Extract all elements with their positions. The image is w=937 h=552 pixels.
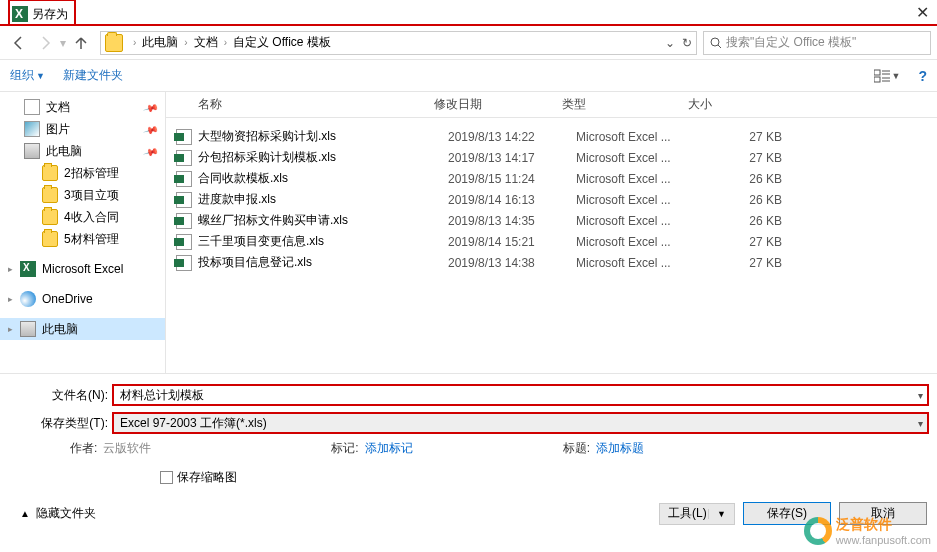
file-date: 2019/8/14 15:21 [448,235,576,249]
refresh-dropdown[interactable]: ⌄ ↻ [665,36,692,50]
sidebar-item-folder[interactable]: 4收入合同 [0,206,165,228]
xls-file-icon [176,192,192,208]
address-bar[interactable]: › 此电脑 › 文档 › 自定义 Office 模板 ⌄ ↻ [100,31,697,55]
search-input[interactable]: 搜索"自定义 Office 模板" [703,31,931,55]
pin-icon: 📌 [143,143,159,159]
search-placeholder: 搜索"自定义 Office 模板" [726,34,856,51]
file-name: 投标项目信息登记.xls [198,254,448,271]
command-bar: 组织▼ 新建文件夹 ▼ ? [0,60,937,92]
breadcrumb-folder[interactable]: 自定义 Office 模板 [233,34,331,51]
author-field[interactable]: 作者: 云版软件 [70,440,151,457]
file-type: Microsoft Excel ... [576,130,702,144]
svg-line-3 [718,45,721,48]
file-name: 螺丝厂招标文件购买申请.xls [198,212,448,229]
document-icon [24,99,40,115]
sidebar-item-thispc-pinned[interactable]: 此电脑📌 [0,140,165,162]
save-form: 文件名(N): 材料总计划模板 ▾ 保存类型(T): Excel 97-2003… [0,373,937,492]
navigation-tree: 文档📌 图片📌 此电脑📌 2招标管理 3项目立项 4收入合同 5材料管理 ▸Mi… [0,92,166,373]
nav-up-button[interactable] [68,30,94,56]
file-row[interactable]: 进度款申报.xls2019/8/14 16:13Microsoft Excel … [176,189,937,210]
new-folder-button[interactable]: 新建文件夹 [63,67,123,84]
file-date: 2019/8/13 14:38 [448,256,576,270]
file-size: 26 KB [702,193,792,207]
filetype-select[interactable]: Excel 97-2003 工作簿(*.xls) ▾ [112,412,929,434]
file-name: 合同收款模板.xls [198,170,448,187]
sidebar-item-folder[interactable]: 5材料管理 [0,228,165,250]
nav-recent-dropdown[interactable]: ▾ [60,36,66,50]
sidebar-item-folder[interactable]: 3项目立项 [0,184,165,206]
nav-bar: ▾ › 此电脑 › 文档 › 自定义 Office 模板 ⌄ ↻ 搜索"自定义 … [0,26,937,60]
sidebar-item-documents[interactable]: 文档📌 [0,96,165,118]
chevron-down-icon[interactable]: ▾ [918,390,923,401]
chevron-right-icon: › [184,37,187,48]
checkbox-icon [160,471,173,484]
folder-icon [105,34,123,52]
column-type[interactable]: 类型 [562,96,688,113]
window-title: 另存为 [32,6,68,23]
file-row[interactable]: 合同收款模板.xls2019/8/15 11:24Microsoft Excel… [176,168,937,189]
file-type: Microsoft Excel ... [576,256,702,270]
close-button[interactable]: ✕ [916,3,929,22]
file-size: 27 KB [702,130,792,144]
pin-icon: 📌 [143,121,159,137]
xls-file-icon [176,255,192,271]
column-headers: 名称 修改日期 类型 大小 [166,92,937,118]
view-options-button[interactable]: ▼ [874,69,901,83]
sidebar-item-excel[interactable]: ▸Microsoft Excel [0,258,165,280]
svg-text:X: X [15,7,23,21]
file-row[interactable]: 投标项目信息登记.xls2019/8/13 14:38Microsoft Exc… [176,252,937,273]
file-row[interactable]: 螺丝厂招标文件购买申请.xls2019/8/13 14:35Microsoft … [176,210,937,231]
sidebar-item-pictures[interactable]: 图片📌 [0,118,165,140]
chevron-down-icon[interactable]: ▾ [918,418,923,429]
file-size: 27 KB [702,235,792,249]
file-date: 2019/8/13 14:17 [448,151,576,165]
nav-back-button[interactable] [6,30,32,56]
title-field[interactable]: 标题: 添加标题 [563,440,644,457]
file-size: 26 KB [702,172,792,186]
file-row[interactable]: 大型物资招标采购计划.xls2019/8/13 14:22Microsoft E… [176,126,937,147]
folder-icon [42,231,58,247]
xls-file-icon [176,234,192,250]
search-icon [710,37,722,49]
save-thumbnail-checkbox[interactable]: 保存缩略图 [20,469,929,486]
file-row[interactable]: 分包招标采购计划模板.xls2019/8/13 14:17Microsoft E… [176,147,937,168]
tools-menu[interactable]: 工具(L)▼ [659,503,735,525]
app-icon: X [12,6,28,22]
excel-icon [20,261,36,277]
file-pane: 名称 修改日期 类型 大小 大型物资招标采购计划.xls2019/8/13 14… [166,92,937,373]
onedrive-icon [20,291,36,307]
file-type: Microsoft Excel ... [576,193,702,207]
folder-icon [42,209,58,225]
file-date: 2019/8/14 16:13 [448,193,576,207]
pin-icon: 📌 [143,99,159,115]
nav-forward-button [32,30,58,56]
tags-field[interactable]: 标记: 添加标记 [331,440,412,457]
sidebar-item-onedrive[interactable]: ▸OneDrive [0,288,165,310]
breadcrumb-docs[interactable]: 文档 [194,34,218,51]
filename-input[interactable]: 材料总计划模板 ▾ [112,384,929,406]
file-type: Microsoft Excel ... [576,151,702,165]
help-button[interactable]: ? [918,68,927,84]
xls-file-icon [176,213,192,229]
computer-icon [20,321,36,337]
sidebar-item-thispc[interactable]: ▸此电脑 [0,318,165,340]
file-date: 2019/8/13 14:22 [448,130,576,144]
title-highlight: X 另存为 [8,0,76,25]
file-list: 大型物资招标采购计划.xls2019/8/13 14:22Microsoft E… [166,118,937,373]
chevron-right-icon: › [224,37,227,48]
file-name: 分包招标采购计划模板.xls [198,149,448,166]
column-date[interactable]: 修改日期 [434,96,562,113]
organize-menu[interactable]: 组织▼ [10,67,45,84]
column-size[interactable]: 大小 [688,96,778,113]
file-date: 2019/8/15 11:24 [448,172,576,186]
file-row[interactable]: 三千里项目变更信息.xls2019/8/14 15:21Microsoft Ex… [176,231,937,252]
column-name[interactable]: 名称 [176,96,434,113]
hide-folders-toggle[interactable]: ▲ 隐藏文件夹 [20,505,96,522]
file-type: Microsoft Excel ... [576,214,702,228]
dialog-footer: ▲ 隐藏文件夹 工具(L)▼ 保存(S) 取消 [0,492,937,535]
sidebar-item-folder[interactable]: 2招标管理 [0,162,165,184]
svg-rect-7 [874,77,880,82]
computer-icon [24,143,40,159]
breadcrumb-pc[interactable]: 此电脑 [142,34,178,51]
file-name: 进度款申报.xls [198,191,448,208]
